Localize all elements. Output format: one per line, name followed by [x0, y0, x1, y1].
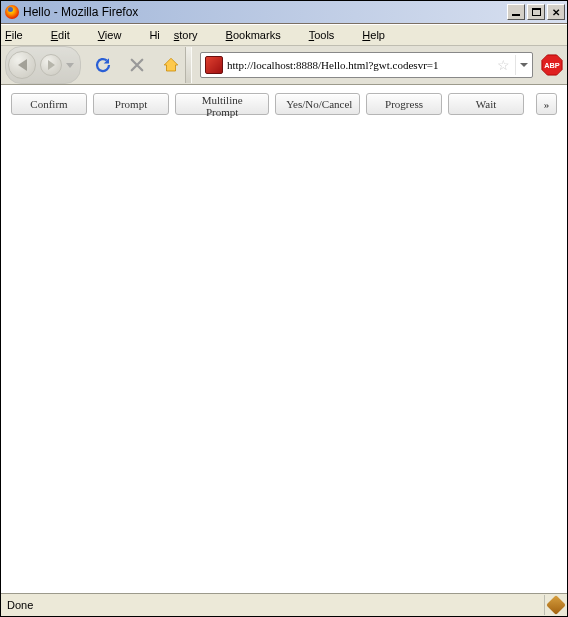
stop-icon [128, 56, 146, 74]
menu-history[interactable]: History [149, 29, 211, 41]
application-window: Hello - Mozilla Firefox ✕ File Edit View… [0, 0, 568, 617]
address-bar: ☆ [200, 52, 533, 78]
back-button[interactable] [8, 51, 36, 79]
forward-button[interactable] [40, 54, 62, 76]
menu-view[interactable]: View [98, 29, 136, 41]
page-content: Confirm Prompt Multiline Prompt Yes/No/C… [1, 84, 567, 593]
svg-text:ABP: ABP [544, 61, 560, 70]
wait-button[interactable]: Wait [448, 93, 524, 115]
site-favicon [205, 56, 223, 74]
menu-file[interactable]: File [5, 29, 37, 41]
window-title: Hello - Mozilla Firefox [23, 5, 138, 19]
status-text: Done [1, 595, 545, 615]
navigation-toolbar: ☆ ABP [1, 45, 567, 84]
titlebar: Hello - Mozilla Firefox ✕ [1, 1, 567, 24]
menu-bookmarks[interactable]: Bookmarks [226, 29, 295, 41]
button-row: Confirm Prompt Multiline Prompt Yes/No/C… [1, 85, 567, 123]
reload-icon [94, 56, 112, 74]
reload-button[interactable] [91, 53, 115, 77]
url-input[interactable] [227, 55, 491, 75]
menubar: File Edit View History Bookmarks Tools H… [1, 24, 567, 45]
stop-button[interactable] [125, 53, 149, 77]
home-icon [162, 56, 180, 74]
toolbar-divider [185, 47, 192, 83]
menu-help[interactable]: Help [362, 29, 399, 41]
arrow-right-icon [48, 60, 55, 70]
progress-button[interactable]: Progress [366, 93, 442, 115]
address-dropdown-icon[interactable] [515, 55, 532, 75]
yes-no-cancel-button[interactable]: Yes/No/Cancel [275, 93, 360, 115]
close-button[interactable]: ✕ [547, 4, 565, 20]
prompt-button[interactable]: Prompt [93, 93, 169, 115]
firefox-icon [5, 5, 19, 19]
menu-tools[interactable]: Tools [309, 29, 349, 41]
firebug-icon [546, 595, 566, 615]
firebug-button[interactable] [545, 595, 567, 615]
multiline-prompt-button[interactable]: Multiline Prompt [175, 93, 269, 115]
confirm-button[interactable]: Confirm [11, 93, 87, 115]
home-button[interactable] [159, 53, 183, 77]
menu-edit[interactable]: Edit [51, 29, 84, 41]
maximize-button[interactable] [527, 4, 545, 20]
bookmark-star-icon[interactable]: ☆ [495, 57, 511, 73]
overflow-button[interactable]: » [536, 93, 557, 115]
arrow-left-icon [18, 59, 27, 71]
back-forward-group [5, 46, 81, 84]
history-dropdown-icon[interactable] [66, 61, 74, 69]
adblock-plus-button[interactable]: ABP [541, 54, 563, 76]
abp-icon: ABP [541, 54, 563, 76]
minimize-button[interactable] [507, 4, 525, 20]
statusbar: Done [1, 593, 567, 616]
